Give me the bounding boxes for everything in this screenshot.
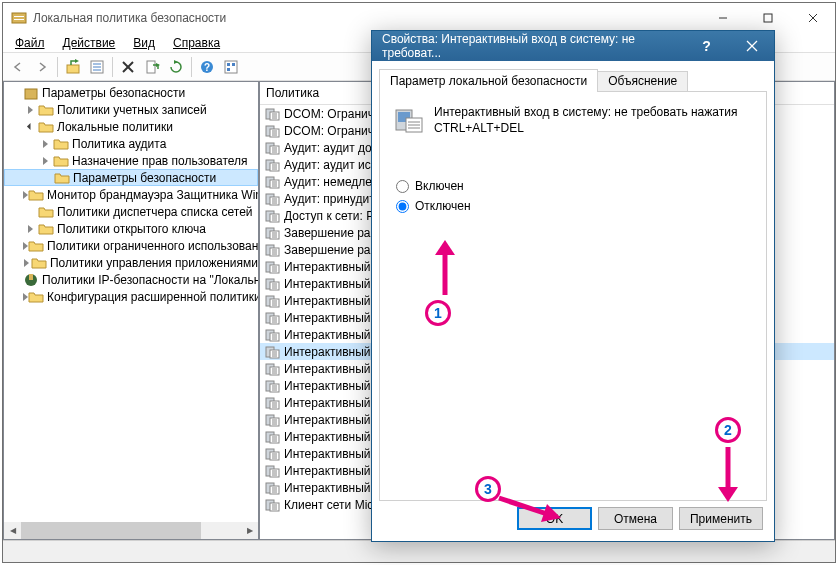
- radio-enabled-input[interactable]: [396, 180, 409, 193]
- policy-item-icon: [264, 429, 280, 445]
- policy-item-icon: [264, 140, 280, 156]
- policy-item-icon: [264, 106, 280, 122]
- tree-item[interactable]: Назначение прав пользователя: [4, 152, 258, 169]
- expand-icon[interactable]: [23, 255, 31, 270]
- toolbar-up-button[interactable]: [62, 56, 84, 78]
- statusbar: [3, 540, 835, 562]
- policy-item-icon: [264, 310, 280, 326]
- tree-item[interactable]: Политики диспетчера списка сетей: [4, 203, 258, 220]
- policy-item-icon: [264, 378, 280, 394]
- cancel-button[interactable]: Отмена: [598, 507, 673, 530]
- toolbar-settings-button[interactable]: [220, 56, 242, 78]
- window-controls: [700, 4, 835, 33]
- dialog-body: Параметр локальной безопасности Объяснен…: [372, 61, 774, 541]
- policy-item-icon: [264, 463, 280, 479]
- horizontal-scrollbar[interactable]: ◀ ▶: [4, 522, 258, 539]
- radio-disabled[interactable]: Отключен: [396, 199, 754, 213]
- policy-item-icon: [264, 191, 280, 207]
- expand-icon[interactable]: [23, 102, 38, 117]
- policy-item-icon: [264, 344, 280, 360]
- expand-icon[interactable]: [8, 85, 23, 100]
- close-button[interactable]: [790, 4, 835, 33]
- policy-header: Интерактивный вход в систему: не требова…: [392, 104, 754, 136]
- tree-item[interactable]: Политики ограниченного использования: [4, 237, 258, 254]
- scroll-right-arrow[interactable]: ▶: [241, 522, 258, 539]
- policy-item-icon: [264, 395, 280, 411]
- main-titlebar: Локальная политика безопасности: [3, 3, 835, 33]
- expand-icon[interactable]: [38, 153, 53, 168]
- toolbar-help-button[interactable]: ?: [196, 56, 218, 78]
- ok-button[interactable]: OK: [517, 507, 592, 530]
- svg-rect-14: [147, 61, 155, 73]
- svg-rect-0: [12, 13, 26, 23]
- svg-rect-21: [25, 89, 37, 99]
- network-policy-icon: [23, 272, 39, 288]
- policy-item-icon: [264, 293, 280, 309]
- svg-text:?: ?: [204, 62, 210, 73]
- folder-icon: [31, 255, 47, 271]
- menu-action[interactable]: Действие: [55, 34, 124, 52]
- tree-item[interactable]: Локальные политики: [4, 118, 258, 135]
- toolbar-refresh-button[interactable]: [165, 56, 187, 78]
- collapse-icon[interactable]: [23, 119, 38, 134]
- menu-file[interactable]: Файл: [7, 34, 53, 52]
- policy-item-icon: [264, 361, 280, 377]
- tree-item[interactable]: Политики IP-безопасности на "Локальный: [4, 271, 258, 288]
- dialog-buttons: OK Отмена Применить: [379, 501, 767, 534]
- tree: Параметры безопасности Политики учетных …: [4, 82, 258, 307]
- folder-icon: [54, 170, 70, 186]
- tabstrip: Параметр локальной безопасности Объяснен…: [379, 69, 767, 92]
- app-icon: [11, 10, 27, 26]
- expand-icon[interactable]: [23, 221, 38, 236]
- folder-icon: [38, 102, 54, 118]
- toolbar-properties-button[interactable]: [86, 56, 108, 78]
- apply-button[interactable]: Применить: [679, 507, 763, 530]
- tree-item[interactable]: Политики учетных записей: [4, 101, 258, 118]
- toolbar-forward-button[interactable]: [31, 56, 53, 78]
- tabpage: Интерактивный вход в систему: не требова…: [379, 91, 767, 501]
- tree-item[interactable]: Монитор брандмауэра Защитника Windows: [4, 186, 258, 203]
- folder-icon: [28, 187, 44, 203]
- scroll-left-arrow[interactable]: ◀: [4, 522, 21, 539]
- menu-view[interactable]: Вид: [125, 34, 163, 52]
- toolbar-delete-button[interactable]: [117, 56, 139, 78]
- tree-item[interactable]: Политика аудита: [4, 135, 258, 152]
- dialog-titlebar[interactable]: Свойства: Интерактивный вход в систему: …: [372, 31, 774, 61]
- svg-rect-23: [29, 274, 33, 280]
- toolbar-back-button[interactable]: [7, 56, 29, 78]
- folder-icon: [53, 136, 69, 152]
- policy-item-icon: [264, 497, 280, 513]
- spacer: [39, 170, 54, 185]
- dialog-close-button[interactable]: [729, 32, 774, 60]
- tab-local-security-setting[interactable]: Параметр локальной безопасности: [379, 69, 598, 92]
- dialog-title: Свойства: Интерактивный вход в систему: …: [382, 32, 684, 60]
- minimize-button[interactable]: [700, 4, 745, 33]
- policy-item-icon: [264, 480, 280, 496]
- scrollbar-thumb[interactable]: [21, 522, 201, 539]
- maximize-button[interactable]: [745, 4, 790, 33]
- tree-item[interactable]: Конфигурация расширенной политики: [4, 288, 258, 305]
- expand-icon[interactable]: [38, 136, 53, 151]
- svg-rect-4: [764, 14, 772, 22]
- menu-help[interactable]: Справка: [165, 34, 228, 52]
- tree-root[interactable]: Параметры безопасности: [4, 84, 258, 101]
- tree-item-selected[interactable]: Параметры безопасности: [4, 169, 258, 186]
- window-title: Локальная политика безопасности: [33, 11, 700, 25]
- svg-rect-18: [227, 63, 230, 66]
- policy-item-icon: [264, 276, 280, 292]
- tree-item[interactable]: Политики открытого ключа: [4, 220, 258, 237]
- radio-enabled[interactable]: Включен: [396, 179, 754, 193]
- spacer: [23, 204, 38, 219]
- toolbar-export-button[interactable]: [141, 56, 163, 78]
- svg-rect-1: [14, 16, 24, 17]
- tab-explanation[interactable]: Объяснение: [597, 71, 688, 92]
- folder-icon: [38, 221, 54, 237]
- policy-item-icon: [264, 174, 280, 190]
- shield-icon: [23, 85, 39, 101]
- policy-item-icon: [264, 412, 280, 428]
- folder-icon: [53, 153, 69, 169]
- radio-disabled-input[interactable]: [396, 200, 409, 213]
- dialog-help-button[interactable]: ?: [684, 32, 729, 60]
- policy-item-icon: [264, 242, 280, 258]
- tree-item[interactable]: Политики управления приложениями: [4, 254, 258, 271]
